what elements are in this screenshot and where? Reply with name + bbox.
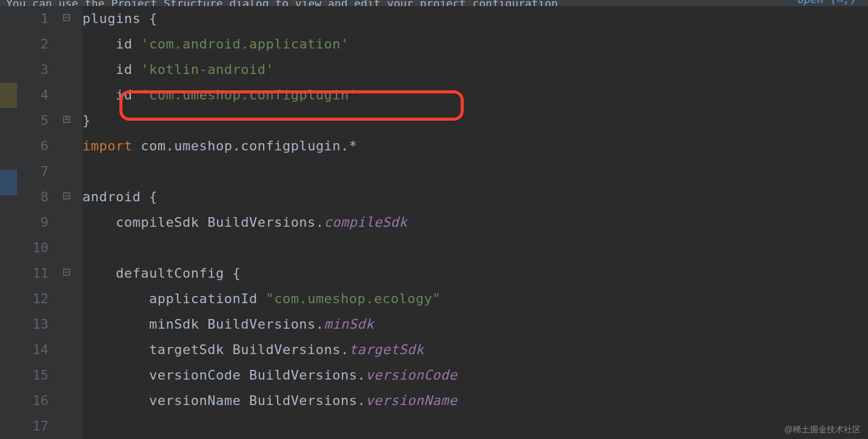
code-line[interactable]: [82, 159, 868, 184]
marker-strip: [0, 6, 17, 439]
line-number[interactable]: 15: [17, 363, 59, 388]
code-line[interactable]: [82, 235, 868, 261]
fold-open-icon[interactable]: [63, 192, 73, 202]
code-token: versionName: [366, 393, 457, 408]
code-line[interactable]: id 'kotlin-android': [82, 57, 868, 82]
fold-close-icon[interactable]: [63, 116, 73, 126]
code-line[interactable]: targetSdk BuildVersions.targetSdk: [82, 337, 868, 363]
fold-column: [59, 6, 82, 439]
code-token: defaultConfig: [82, 266, 232, 281]
code-token: }: [82, 113, 91, 128]
code-token: com.umeshop.configplugin.*: [132, 138, 357, 153]
code-token: versionCode BuildVersions.: [82, 367, 366, 383]
code-line[interactable]: }: [82, 108, 868, 133]
line-number[interactable]: 14: [17, 337, 59, 363]
code-line[interactable]: versionName BuildVersions.versionName: [82, 388, 868, 414]
line-number[interactable]: 17: [17, 414, 59, 439]
code-line[interactable]: id 'com.android.application': [82, 32, 868, 57]
project-structure-banner: You can use the Project Structure dialog…: [0, 0, 868, 6]
watermark: @稀土掘金技术社区: [784, 424, 861, 435]
code-token: "com.umeshop.ecology": [265, 291, 441, 306]
code-token: targetSdk: [349, 342, 424, 357]
code-token: id: [82, 36, 141, 52]
line-number[interactable]: 11: [17, 261, 59, 286]
line-number[interactable]: 6: [17, 133, 59, 159]
code-line[interactable]: android {: [82, 184, 868, 210]
code-token: import: [82, 138, 132, 153]
code-token: {: [149, 11, 158, 26]
line-number[interactable]: 4: [17, 82, 59, 108]
fold-open-icon[interactable]: [63, 14, 73, 24]
line-number-gutter: 1 2 3 4 5 6 7 8 9 10 11 12 13 14 15 16 1…: [17, 6, 59, 439]
line-number[interactable]: 10: [17, 235, 59, 261]
line-number[interactable]: 9: [17, 210, 59, 235]
banner-message: You can use the Project Structure dialog…: [6, 0, 558, 6]
line-number[interactable]: 7: [17, 159, 59, 184]
code-token: minSdk BuildVersions.: [82, 317, 324, 332]
line-number[interactable]: 1: [17, 6, 59, 32]
code-content[interactable]: plugins { id 'com.android.application' i…: [82, 6, 868, 439]
line-number[interactable]: 16: [17, 388, 59, 414]
change-marker-modified: [0, 82, 17, 108]
code-token: id: [82, 87, 141, 102]
code-line[interactable]: id 'com.umeshop.configplugin': [82, 82, 868, 108]
line-number[interactable]: 3: [17, 57, 59, 82]
code-line[interactable]: plugins {: [82, 6, 868, 32]
code-editor[interactable]: 1 2 3 4 5 6 7 8 9 10 11 12 13 14 15 16 1…: [0, 6, 868, 439]
code-token: {: [149, 189, 158, 204]
change-marker-added: [0, 170, 17, 195]
code-token: 'com.android.application': [141, 36, 349, 52]
fold-open-icon[interactable]: [63, 269, 73, 278]
code-line[interactable]: compileSdk BuildVersions.compileSdk: [82, 210, 868, 235]
code-line[interactable]: versionCode BuildVersions.versionCode: [82, 363, 868, 388]
code-token: 'com.umeshop.configplugin': [141, 87, 357, 102]
code-token: compileSdk BuildVersions.: [82, 215, 324, 230]
code-line[interactable]: applicationId "com.umeshop.ecology": [82, 286, 868, 312]
line-number[interactable]: 2: [17, 32, 59, 57]
line-number[interactable]: 8: [17, 184, 59, 210]
code-token: id: [82, 62, 141, 77]
code-line[interactable]: defaultConfig {: [82, 261, 868, 286]
line-number[interactable]: 13: [17, 312, 59, 337]
code-token: compileSdk: [324, 215, 407, 230]
code-token: versionCode: [366, 367, 457, 383]
line-number[interactable]: 5: [17, 108, 59, 133]
code-token: {: [232, 266, 241, 281]
code-token: versionName BuildVersions.: [82, 393, 366, 408]
code-line[interactable]: [82, 414, 868, 439]
banner-open-link[interactable]: Open (⌘;): [796, 0, 856, 5]
code-token: minSdk: [324, 317, 374, 332]
code-token: targetSdk BuildVersions.: [82, 342, 349, 357]
code-token: applicationId: [82, 291, 265, 306]
code-token: plugins: [82, 11, 149, 26]
line-number[interactable]: 12: [17, 286, 59, 312]
code-line[interactable]: import com.umeshop.configplugin.*: [82, 133, 868, 159]
code-token: 'kotlin-android': [141, 62, 274, 77]
code-line[interactable]: minSdk BuildVersions.minSdk: [82, 312, 868, 337]
code-token: android: [82, 189, 149, 204]
